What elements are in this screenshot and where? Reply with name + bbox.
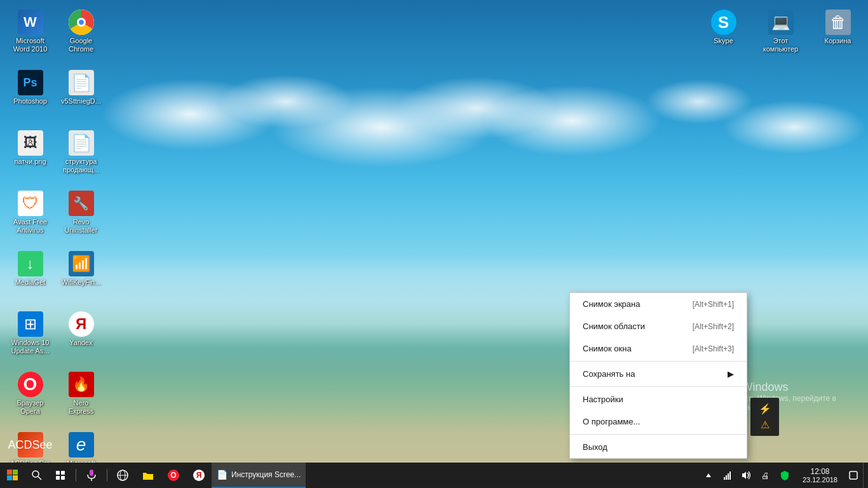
task-view-button[interactable] [48,463,73,488]
patchi-icon: 🖼 [18,130,43,156]
desktop-icon-opera[interactable]: O БраузерOpera [6,369,54,426]
taskbar-notification-button[interactable] [844,463,863,488]
taskbar-tray: 🖨 [697,463,796,488]
context-separator-1 [570,361,747,362]
taskbar-internet-button[interactable] [110,463,135,488]
taskbar-search-button[interactable] [25,463,48,488]
desktop-icon-wifi[interactable]: 📶 WifiKeyFin... [57,248,105,305]
desktop-icon-mediaget[interactable]: ↓ MediaGet [6,248,54,305]
desktop-icon-struktura[interactable]: 📄 структурапродающ... [57,127,105,184]
desktop-icon-chrome[interactable]: GoogleChrome [57,6,105,64]
context-settings[interactable]: Настройки [570,388,747,410]
svg-rect-7 [61,471,65,475]
notification-icon [849,471,858,480]
context-exit[interactable]: Выход [570,436,747,458]
save-to-arrow: ▶ [728,369,734,379]
desktop-icon-mypc[interactable]: 💻 Этоткомпьютер [757,6,804,57]
svg-point-4 [32,471,39,477]
exit-label: Выход [583,442,607,452]
svg-rect-15 [143,474,153,480]
wifi-icon: 📶 [69,251,94,276]
start-button[interactable] [0,463,25,488]
trash-icon: 🗑 [825,10,851,35]
taskbar-divider-2 [107,469,107,482]
word-label: MicrosoftWord 2010 [13,37,48,53]
tray-volume-button[interactable] [738,463,756,488]
desktop-icon-word[interactable]: W MicrosoftWord 2010 [6,6,54,64]
context-area-shot[interactable]: Снимок области [Alt+Shift+2] [570,315,747,337]
desktop-icon-revo[interactable]: 🔧 RevoUninstaller [57,187,105,245]
taskbar-opera-button[interactable]: O [161,463,186,488]
search-icon [32,470,42,480]
settings-label: Настройки [583,395,623,404]
desktop-icon-photoshop[interactable]: Ps Photoshop [6,67,54,124]
tray-shield-button[interactable] [776,463,794,488]
nero-label: Nero Express [60,399,102,416]
struktura-icon: 📄 [69,130,94,156]
svg-marker-16 [706,473,711,477]
svg-rect-1 [13,470,18,475]
desktop-icon-trash[interactable]: 🗑 Корзина [814,6,862,57]
tray-printer-button[interactable]: 🖨 [757,463,775,488]
mediaget-label: MediaGet [15,278,46,287]
yandex-taskbar-icon: Я [193,470,205,481]
svg-rect-8 [56,476,60,480]
save-to-label: Сохранять на [583,369,635,379]
revo-icon: 🔧 [69,191,94,216]
acdsee-icon: ACDSee [18,432,43,458]
printer-icon: 🖨 [761,471,770,480]
desktop-icon-acdsee[interactable]: ACDSee ACDSee Pro9 (64-bit) [6,429,54,463]
chrome-icon [69,10,94,35]
trash-label: Корзина [825,37,851,45]
desktop-icon-win10[interactable]: ⊞ Windows 10Update As... [6,308,54,365]
nero-icon: 🔥 [69,372,94,397]
desktop-icon-v5stt[interactable]: 📄 v5SttniegD... [57,67,105,124]
context-screenshot[interactable]: Снимок экрана [Alt+Shift+1] [570,293,747,315]
chevron-up-icon [705,472,712,478]
win10-label: Windows 10Update As... [11,339,50,355]
svg-rect-10 [90,470,93,476]
svg-rect-20 [729,471,731,480]
word-icon: W [18,10,43,35]
taskbar-app-instruction[interactable]: 📄 Инструкция Scree... [212,463,306,488]
desktop-icon-edge[interactable]: e MicrosoftEdge [57,429,105,463]
bluetooth-tray-icon[interactable]: ⚡ [759,403,771,415]
photoshop-icon: Ps [18,70,43,95]
about-label: О программе... [583,417,640,426]
show-desktop-button[interactable] [863,463,868,488]
desktop-icon-skype[interactable]: S Skype [700,6,747,57]
desktop-icon-avast[interactable]: 🛡 Avast FreeAntivirus [6,187,54,245]
svg-line-5 [38,477,41,480]
svg-rect-2 [7,475,12,480]
taskbar-divider-1 [76,469,76,482]
desktop-icon-patchi[interactable]: 🖼 патчи.png [6,127,54,184]
desktop-icon-nero[interactable]: 🔥 Nero Express [57,369,105,426]
tray-network-button[interactable] [719,463,736,488]
cortana-mic-button[interactable] [79,463,104,488]
photoshop-label: Photoshop [13,97,47,105]
screenshot-shortcut: [Alt+Shift+1] [693,300,734,309]
desktop-icons-grid: W MicrosoftWord 2010 GoogleChrome Ps Pho… [6,6,105,463]
area-shot-label: Снимок области [583,322,645,331]
context-window-shot[interactable]: Снимок окна [Alt+Shift+3] [570,337,747,360]
desktop-icon-yandex[interactable]: Я Yandex [57,308,105,365]
mypc-label: Этоткомпьютер [763,37,798,53]
context-save-to[interactable]: Сохранять на ▶ [570,363,747,385]
clock-date: 23.12.2018 [803,476,837,484]
skype-icon: S [711,10,736,35]
microphone-icon [86,469,97,482]
revo-label: RevoUninstaller [65,218,98,234]
tray-chevron-button[interactable] [700,463,717,488]
taskbar-yandex-button[interactable]: Я [186,463,212,488]
mypc-icon: 💻 [768,10,794,35]
shield-icon [780,470,789,480]
warning-tray-icon[interactable]: ⚠ [761,419,770,431]
systray-popup: ⚡ ⚠ [750,398,779,436]
taskbar-clock[interactable]: 12:08 23.12.2018 [796,463,844,488]
globe-icon [117,470,128,481]
svg-rect-22 [850,471,857,479]
context-about[interactable]: О программе... [570,410,747,433]
wifi-label: WifiKeyFin... [62,278,101,287]
opera-icon: O [18,372,43,397]
taskbar-explorer-button[interactable] [135,463,161,488]
